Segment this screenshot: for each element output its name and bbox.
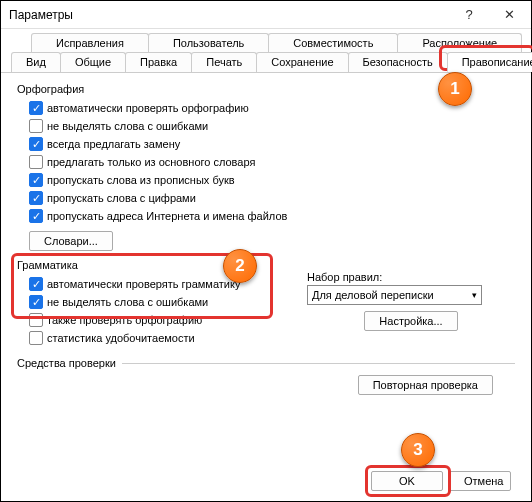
help-button[interactable]: ?	[449, 2, 489, 28]
tab-user[interactable]: Пользователь	[148, 33, 269, 52]
orth-row-1: не выделять слова с ошибками	[17, 117, 515, 135]
orth-row-5: ✓пропускать слова с цифрами	[17, 189, 515, 207]
orth-label-4: пропускать слова из прописных букв	[47, 174, 235, 186]
tab-general[interactable]: Общие	[60, 52, 126, 72]
orth-checkbox-5[interactable]: ✓	[29, 191, 43, 205]
orth-row-6: ✓пропускать адреса Интернета и имена фай…	[17, 207, 515, 225]
orth-checkbox-2[interactable]: ✓	[29, 137, 43, 151]
tabs: Исправления Пользователь Совместимость Р…	[1, 29, 531, 73]
recheck-button[interactable]: Повторная проверка	[358, 375, 493, 395]
tab-corrections[interactable]: Исправления	[31, 33, 149, 52]
window-title: Параметры	[9, 8, 449, 22]
content-area: Орфография ✓автоматически проверять орфо…	[1, 73, 531, 463]
tab-print[interactable]: Печать	[191, 52, 257, 72]
tab-location[interactable]: Расположение	[397, 33, 522, 52]
titlebar: Параметры ? ✕	[1, 1, 531, 29]
orth-row-2: ✓всегда предлагать замену	[17, 135, 515, 153]
chevron-down-icon: ▾	[472, 290, 477, 300]
gram-checkbox-3[interactable]	[29, 331, 43, 345]
gram-row-2: также проверять орфографию	[17, 311, 287, 329]
orth-label-3: предлагать только из основного словаря	[47, 156, 255, 168]
orth-label-6: пропускать адреса Интернета и имена файл…	[47, 210, 287, 222]
gram-label-3: статистика удобочитаемости	[47, 332, 195, 344]
callout-3: 3	[401, 433, 435, 467]
tab-spelling[interactable]: Правописание	[447, 52, 532, 72]
orth-checkbox-1[interactable]	[29, 119, 43, 133]
parameters-dialog: Параметры ? ✕ Исправления Пользователь С…	[0, 0, 532, 502]
divider	[122, 363, 515, 364]
tab-security[interactable]: Безопасность	[348, 52, 448, 72]
close-button[interactable]: ✕	[489, 2, 529, 28]
gram-row-3: статистика удобочитаемости	[17, 329, 287, 347]
orth-row-3: предлагать только из основного словаря	[17, 153, 515, 171]
dictionaries-button[interactable]: Словари...	[29, 231, 113, 251]
gram-row-1: ✓не выделять слова с ошибками	[17, 293, 287, 311]
tab-compatibility[interactable]: Совместимость	[268, 33, 398, 52]
tab-save[interactable]: Сохранение	[256, 52, 348, 72]
gram-checkbox-2[interactable]	[29, 313, 43, 327]
orth-checkbox-6[interactable]: ✓	[29, 209, 43, 223]
ok-button[interactable]: OK	[371, 471, 443, 491]
orth-checkbox-3[interactable]	[29, 155, 43, 169]
bottom-bar: 3 OK Отмена	[1, 463, 531, 501]
orth-label-1: не выделять слова с ошибками	[47, 120, 208, 132]
tab-edit[interactable]: Правка	[125, 52, 192, 72]
gram-checkbox-1[interactable]: ✓	[29, 295, 43, 309]
orth-checkbox-0[interactable]: ✓	[29, 101, 43, 115]
callout-1: 1	[438, 72, 472, 106]
orth-checkbox-4[interactable]: ✓	[29, 173, 43, 187]
orth-row-4: ✓пропускать слова из прописных букв	[17, 171, 515, 189]
orth-row-0: ✓автоматически проверять орфографию	[17, 99, 515, 117]
orth-label-2: всегда предлагать замену	[47, 138, 180, 150]
cancel-button[interactable]: Отмена	[449, 471, 511, 491]
ruleset-select[interactable]: Для деловой переписки ▾	[307, 285, 482, 305]
orth-label-5: пропускать слова с цифрами	[47, 192, 196, 204]
gram-label-1: не выделять слова с ошибками	[47, 296, 208, 308]
gram-label-0: автоматически проверять грамматику	[47, 278, 240, 290]
tools-title: Средства проверки	[17, 357, 116, 369]
orth-label-0: автоматически проверять орфографию	[47, 102, 249, 114]
tab-view[interactable]: Вид	[11, 52, 61, 72]
gram-label-2: также проверять орфографию	[47, 314, 202, 326]
ruleset-settings-button[interactable]: Настройка...	[364, 311, 457, 331]
ruleset-value: Для деловой переписки	[312, 289, 434, 301]
gram-checkbox-0[interactable]: ✓	[29, 277, 43, 291]
ruleset-label: Набор правил:	[307, 271, 515, 283]
callout-2: 2	[223, 249, 257, 283]
